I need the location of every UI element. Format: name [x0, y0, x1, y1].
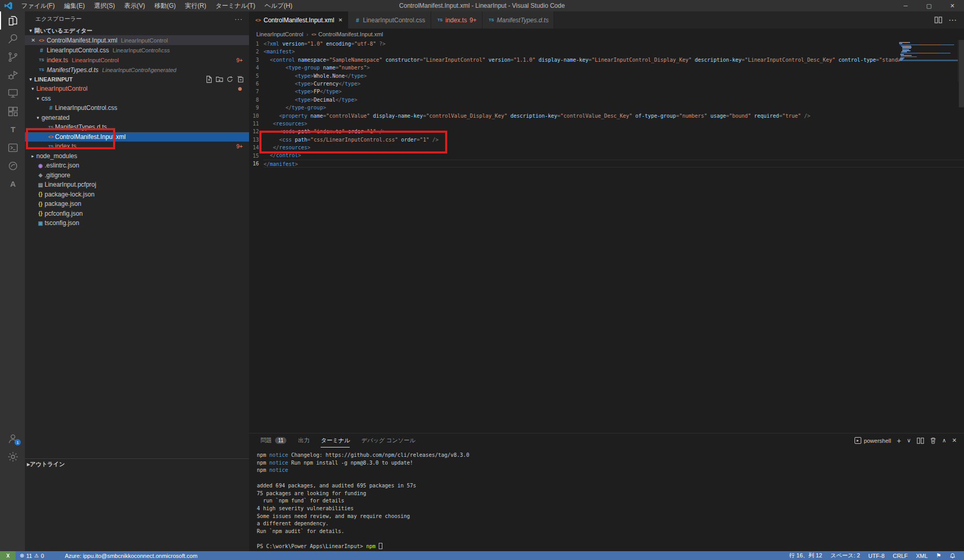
tree-item[interactable]: ▤LinearInput.pcfproj	[25, 180, 249, 190]
menu-item[interactable]: ヘルプ(H)	[260, 0, 297, 11]
close-icon[interactable]: ✕	[29, 37, 37, 43]
problems-status[interactable]: ⊗ 11 ⚠ 0	[16, 553, 48, 559]
shell-picker[interactable]: ▸ powershell	[855, 437, 891, 444]
tab-problem-badge: 9+	[470, 17, 477, 24]
teams-icon[interactable]: T	[0, 120, 25, 138]
code-line: <?xml version="1.0" encoding="utf-8" ?>	[264, 40, 964, 48]
tree-item[interactable]: ◈.gitignore	[25, 171, 249, 180]
menu-bar: ファイル(F)編集(E)選択(S)表示(V)移動(G)実行(R)ターミナル(T)…	[17, 0, 297, 11]
azure-icon[interactable]	[0, 157, 25, 175]
tree-item[interactable]: {}package.json	[25, 199, 249, 209]
editor-more-actions-icon[interactable]: ···	[948, 16, 957, 25]
run-debug-icon[interactable]	[0, 66, 25, 84]
chevron-right-icon: ▸	[29, 153, 36, 159]
extensions-icon[interactable]	[0, 102, 25, 120]
minimize-icon[interactable]: ─	[894, 0, 917, 11]
feedback-icon[interactable]: ⚑	[932, 552, 945, 559]
menu-item[interactable]: 編集(E)	[59, 0, 89, 11]
editor-tab[interactable]: TSManifestTypes.d.ts	[483, 11, 555, 29]
powershell-icon[interactable]	[0, 138, 25, 157]
settings-gear-icon[interactable]	[0, 447, 25, 466]
open-editors-header[interactable]: ▾ 開いているエディター	[25, 26, 249, 35]
minimap[interactable]	[899, 40, 958, 81]
encoding-status[interactable]: UTF-8	[864, 553, 889, 559]
menu-item[interactable]: ファイル(F)	[17, 0, 59, 11]
source-control-icon[interactable]	[0, 48, 25, 66]
new-terminal-icon[interactable]: +	[897, 437, 901, 445]
tree-item[interactable]: ▣tsconfig.json	[25, 218, 249, 228]
open-editor-item[interactable]: ✕<>ControlManifest.Input.xmlLinearInputC…	[25, 35, 249, 45]
new-file-icon[interactable]	[205, 76, 213, 83]
account-icon[interactable]: 1	[0, 429, 25, 447]
language-mode-status[interactable]: XML	[912, 553, 932, 559]
tree-item-label: ManifestTypes.d.ts	[55, 123, 107, 131]
new-folder-icon[interactable]	[216, 76, 223, 83]
a-extension-icon[interactable]: A	[0, 175, 25, 193]
tree-item[interactable]: ◉.eslintrc.json	[25, 161, 249, 171]
open-editor-item[interactable]: #LinearInputControl.cssLinearInputContro…	[25, 45, 249, 55]
more-actions-icon[interactable]: ···	[235, 15, 243, 23]
tree-item[interactable]: ▾css	[25, 94, 249, 104]
code-line: <manifest>	[264, 48, 964, 55]
search-icon[interactable]	[0, 30, 25, 48]
tree-item[interactable]: ▸node_modules	[25, 151, 249, 161]
collapse-all-icon[interactable]	[237, 76, 244, 83]
editor-scrollbar[interactable]	[959, 40, 964, 107]
breadcrumb-folder[interactable]: LinearInputControl	[256, 31, 304, 37]
panel-close-icon[interactable]: ✕	[952, 437, 957, 444]
open-editor-item[interactable]: TSindex.tsLinearInputControl9+	[25, 55, 249, 65]
cursor-position-status[interactable]: 行 16、列 12	[785, 552, 827, 559]
panel-tab[interactable]: デバッグ コンソール	[361, 433, 415, 447]
close-icon[interactable]: ✕	[941, 0, 964, 11]
menu-item[interactable]: 移動(G)	[149, 0, 180, 11]
azure-account-status[interactable]: Azure: ippu.ito@smbcnikkoconnect.onmicro…	[61, 553, 202, 559]
terminal-output[interactable]: npm notice Changelog: https://github.com…	[249, 447, 964, 551]
menu-item[interactable]: 表示(V)	[119, 0, 149, 11]
code-line: <type>Whole.None</type>	[264, 72, 964, 80]
breadcrumb: LinearInputControl › <> ControlManifest.…	[249, 29, 964, 40]
editor-tab[interactable]: <>ControlManifest.Input.xml✕	[249, 11, 348, 29]
code-editor[interactable]: 12345678910111213141516 <?xml version="1…	[249, 40, 964, 444]
tab-label: index.ts	[446, 17, 467, 24]
account-badge: 1	[15, 439, 21, 445]
notifications-bell-icon[interactable]	[945, 553, 960, 559]
outline-section-header[interactable]: ▸ アウトライン	[25, 458, 249, 470]
eol-status[interactable]: CRLF	[889, 553, 912, 559]
split-terminal-icon[interactable]	[917, 437, 924, 444]
panel-tab[interactable]: 問題11	[260, 433, 286, 447]
remote-explorer-icon[interactable]	[0, 84, 25, 102]
code-line: <type-group name="numbers">	[264, 64, 964, 72]
maximize-icon[interactable]: ▢	[917, 0, 941, 11]
indentation-status[interactable]: スペース: 2	[827, 552, 864, 559]
tree-item[interactable]: {}pcfconfig.json	[25, 209, 249, 219]
breadcrumb-file[interactable]: ControlManifest.Input.xml	[319, 31, 383, 37]
menu-item[interactable]: 実行(R)	[181, 0, 211, 11]
trash-icon[interactable]	[930, 437, 937, 444]
tree-item[interactable]: TSindex.ts9+	[25, 142, 249, 151]
tree-item[interactable]: ▾generated	[25, 113, 249, 123]
remote-indicator[interactable]	[0, 551, 16, 560]
refresh-icon[interactable]	[226, 76, 233, 83]
panel-tab[interactable]: 出力	[298, 433, 309, 447]
tree-item[interactable]: TSManifestTypes.d.ts	[25, 122, 249, 132]
terminal-dropdown-icon[interactable]: ∨	[907, 437, 911, 444]
tree-item[interactable]: ▾LinearInputControl	[25, 84, 249, 94]
close-icon[interactable]: ✕	[338, 17, 342, 23]
editor-tab[interactable]: TSindex.ts9+	[431, 11, 483, 29]
status-bar-right: 行 16、列 12 スペース: 2 UTF-8 CRLF XML ⚑	[785, 552, 964, 559]
explorer-icon[interactable]	[0, 11, 25, 30]
panel-tab[interactable]: ターミナル	[321, 433, 350, 447]
workspace-section-header[interactable]: ▾ LINEARINPUT	[25, 75, 249, 84]
tree-item[interactable]: #LinearInputControl.css	[25, 103, 249, 113]
code-line: </type-group>	[264, 104, 964, 111]
status-bar: ⊗ 11 ⚠ 0 Azure: ippu.ito@smbcnikkoconnec…	[0, 551, 964, 560]
panel-maximize-icon[interactable]: ∧	[942, 437, 946, 444]
split-editor-icon[interactable]	[934, 16, 942, 24]
menu-item[interactable]: ターミナル(T)	[211, 0, 259, 11]
tree-actions	[205, 76, 244, 83]
menu-item[interactable]: 選択(S)	[89, 0, 119, 11]
editor-tab[interactable]: #LinearInputControl.css	[348, 11, 431, 29]
tree-item[interactable]: {}package-lock.json	[25, 190, 249, 200]
open-editor-item[interactable]: TSManifestTypes.d.tsLinearInputControl\g…	[25, 65, 249, 75]
tree-item[interactable]: <>ControlManifest.Input.xml	[25, 132, 249, 142]
